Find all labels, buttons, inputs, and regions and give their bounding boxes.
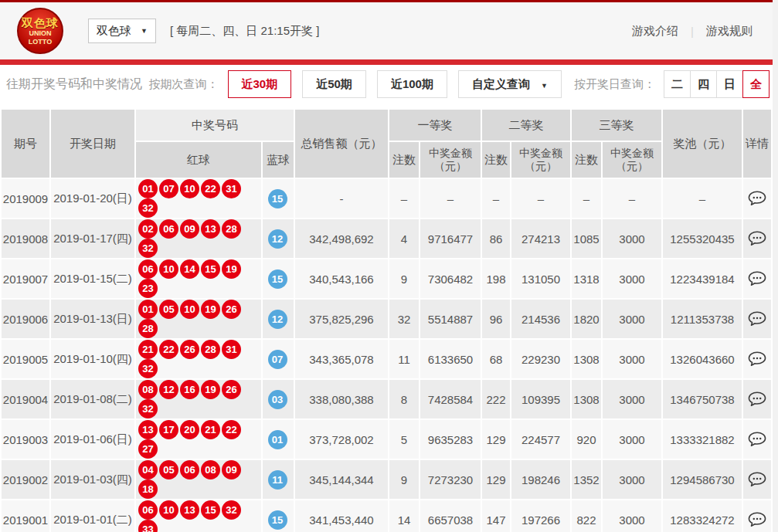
red-ball: 13	[201, 219, 220, 239]
second-prize-amount-cell: 224577	[511, 420, 570, 459]
scrollbar-track[interactable]	[773, 0, 778, 532]
first-prize-count-cell: 14	[389, 500, 419, 532]
red-ball: 05	[159, 300, 178, 319]
detail-cell[interactable]	[743, 300, 771, 338]
period-btn-30[interactable]: 近30期	[228, 70, 292, 98]
red-ball: 02	[138, 219, 158, 239]
blue-ball: 07	[268, 350, 287, 369]
comment-bubble-icon	[748, 310, 766, 327]
red-ball: 33	[138, 520, 158, 532]
third-prize-amount-cell: 3000	[603, 380, 661, 418]
first-prize-amount-cell: 7273230	[420, 460, 481, 499]
third-prize-count-cell: 1352	[572, 460, 601, 499]
issue-cell: 2019004	[2, 380, 49, 418]
game-select-dropdown[interactable]: 双色球 ▼	[88, 19, 156, 43]
red-balls-cell: 131720212227	[136, 420, 261, 459]
col-header-sales: 总销售额（元）	[295, 110, 388, 178]
red-balls-cell: 040506080918	[136, 460, 261, 499]
col-header-winning-numbers: 中奖号码	[136, 110, 294, 141]
first-prize-count-cell: 4	[389, 219, 419, 258]
pool-cell: 1255320435	[663, 219, 742, 258]
pool-cell: 1223439184	[663, 259, 742, 298]
red-ball: 22	[201, 179, 220, 198]
col-header-issue: 期号	[2, 110, 49, 178]
sales-cell: 375,825,296	[295, 300, 388, 338]
col-header-third-prize: 三等奖	[572, 110, 661, 141]
detail-cell[interactable]	[743, 380, 771, 418]
period-btn-50[interactable]: 近50期	[302, 70, 366, 98]
red-balls-cell: 010710223132	[136, 179, 261, 218]
red-ball: 04	[138, 460, 158, 479]
red-ball: 19	[222, 259, 241, 279]
detail-cell[interactable]	[743, 500, 771, 532]
red-ball: 28	[201, 340, 220, 359]
red-ball: 09	[180, 219, 199, 239]
red-ball: 08	[201, 460, 220, 479]
issue-cell: 2019008	[2, 219, 49, 258]
red-ball: 21	[138, 340, 158, 359]
blue-ball: 03	[268, 390, 287, 409]
blue-ball-cell: 15	[263, 259, 294, 298]
red-ball: 28	[222, 219, 241, 239]
custom-query-button[interactable]: 自定义查询 ▼	[458, 70, 562, 98]
blue-ball: 15	[268, 189, 287, 208]
table-row: 20190052019-01-10(四)21222628313207343,36…	[2, 340, 771, 378]
col-header-second-prize: 二等奖	[482, 110, 570, 141]
day-btn-tue[interactable]: 二	[664, 70, 691, 98]
col-header-date: 开奖日期	[51, 110, 134, 178]
detail-cell[interactable]	[743, 179, 771, 218]
detail-cell[interactable]	[743, 420, 771, 459]
first-prize-amount-cell: 6657038	[420, 500, 481, 532]
comment-bubble-icon	[748, 431, 766, 448]
day-btn-sun[interactable]: 日	[716, 70, 743, 98]
detail-cell[interactable]	[743, 219, 771, 258]
red-ball: 26	[222, 380, 241, 399]
game-select-value: 双色球	[97, 24, 131, 39]
red-ball: 28	[138, 319, 158, 338]
third-prize-count-cell: 1318	[572, 259, 601, 298]
table-body: 20190092019-01-20(日)01071022313215-–––––…	[2, 179, 771, 532]
link-divider: |	[691, 25, 694, 38]
game-rules-link[interactable]: 游戏规则	[706, 24, 753, 39]
date-cell: 2019-01-17(四)	[51, 219, 134, 258]
results-table-wrap: 期号 开奖日期 中奖号码 总销售额（元） 一等奖 二等奖 三等奖 奖池（元） 详…	[0, 108, 773, 532]
sales-cell: 341,453,440	[295, 500, 388, 532]
col-header-count-3: 注数	[572, 142, 601, 178]
detail-cell[interactable]	[743, 340, 771, 378]
game-intro-link[interactable]: 游戏介绍	[632, 24, 678, 39]
second-prize-amount-cell: 109395	[511, 380, 570, 418]
second-prize-count-cell: –	[482, 179, 510, 218]
red-ball: 16	[180, 380, 199, 399]
first-prize-amount-cell: 7306482	[420, 259, 481, 298]
blue-ball-cell: 01	[263, 420, 294, 459]
date-cell: 2019-01-10(四)	[51, 340, 134, 378]
red-ball: 10	[159, 259, 178, 279]
blue-ball: 12	[268, 310, 287, 329]
issue-cell: 2019003	[2, 420, 49, 459]
pool-cell: 1211353738	[663, 300, 742, 338]
red-ball: 20	[180, 420, 199, 439]
day-filter-group: 二 四 日 全	[664, 70, 770, 98]
red-ball: 26	[180, 340, 199, 359]
col-header-count-1: 注数	[389, 142, 419, 178]
red-balls-cell: 010510192628	[136, 300, 261, 338]
blue-ball-cell: 07	[263, 340, 294, 378]
blue-ball: 15	[268, 269, 287, 289]
red-ball: 19	[201, 380, 220, 399]
detail-cell[interactable]	[743, 460, 771, 499]
red-ball: 32	[138, 399, 158, 418]
first-prize-count-cell: –	[389, 179, 419, 218]
day-btn-thu[interactable]: 四	[690, 70, 717, 98]
pool-cell: –	[663, 179, 742, 218]
red-ball: 10	[180, 179, 199, 198]
first-prize-amount-cell: 9716477	[420, 219, 481, 258]
red-balls-cell: 061014151923	[136, 259, 261, 298]
day-btn-all[interactable]: 全	[742, 70, 770, 98]
comment-bubble-icon	[748, 230, 766, 247]
day-query-label: 按开奖日查询：	[574, 77, 655, 92]
sales-cell: 343,365,078	[295, 340, 388, 378]
pool-cell: 1294586730	[663, 460, 742, 499]
red-accent-bar	[0, 59, 773, 65]
detail-cell[interactable]	[743, 259, 771, 298]
period-btn-100[interactable]: 近100期	[377, 70, 447, 98]
